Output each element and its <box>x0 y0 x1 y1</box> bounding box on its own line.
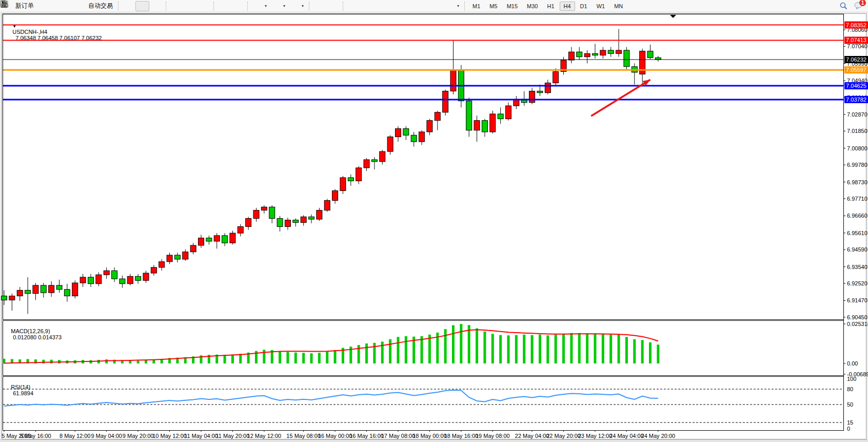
price-label-text: 7.08352 <box>846 22 866 28</box>
candle-body <box>167 255 172 262</box>
candle-body <box>151 267 156 273</box>
candle-body <box>545 83 550 93</box>
candle-body <box>655 57 661 60</box>
candle-body <box>450 70 456 91</box>
candle-body <box>222 236 228 243</box>
time-axis-label[interactable]: 11 May 04:00 <box>184 433 218 439</box>
candle-body <box>568 52 574 60</box>
candle-body <box>41 285 46 293</box>
candle-body <box>608 50 614 53</box>
candle-body <box>277 218 283 226</box>
candle-body <box>285 220 290 227</box>
price-axis-label: 6.91470 <box>847 297 867 303</box>
time-axis-label[interactable]: 11 May 20:00 <box>216 433 250 439</box>
time-axis-label[interactable]: 16 May 00:00 <box>318 433 352 439</box>
candle-body <box>435 112 440 121</box>
price-axis-label: 7.01850 <box>847 128 867 134</box>
candle-body <box>135 276 141 280</box>
time-axis-label[interactable]: 8 May 12:00 <box>60 433 91 439</box>
price-axis-label: 6.90450 <box>847 314 867 320</box>
candle-body <box>238 226 243 233</box>
time-axis-label[interactable]: 24 May 20:00 <box>641 433 676 439</box>
candle-body <box>17 290 23 296</box>
price-label-text: 7.05597 <box>846 67 866 73</box>
price-axis-label: 7.00800 <box>847 145 867 151</box>
time-axis-label[interactable]: 23 May 12:00 <box>578 433 613 439</box>
price-axis-label: 6.92520 <box>847 280 867 286</box>
candle-body <box>616 50 622 53</box>
macd-values: 0.012080 0.014373 <box>13 334 62 340</box>
price-axis-label: 6.99780 <box>847 162 867 168</box>
symbol-ohlc: 7.06348 7.06458 7.06107 7.06232 <box>15 35 102 41</box>
candle-body <box>120 279 125 284</box>
candle-body <box>64 290 70 296</box>
candle-body <box>293 220 299 223</box>
window-bottom-edge <box>0 439 868 442</box>
candle-body <box>9 296 15 300</box>
macd-indicator-label: MACD(12,26,9) 0.012080 0.014373 <box>5 322 62 347</box>
candle-body <box>143 273 149 280</box>
symbol-header: ▼ USDCNH-,H4 7.06348 7.06458 7.06107 7.0… <box>6 16 102 47</box>
price-label-text: 7.04625 <box>846 83 866 89</box>
price-axis-label: 7.02870 <box>847 111 867 118</box>
candle-body <box>190 245 196 252</box>
candle-body <box>25 290 31 293</box>
candle-body <box>127 276 133 283</box>
macd-axis-label: 0.00 <box>847 360 858 367</box>
price-label-text: 7.06232 <box>846 56 866 63</box>
candle-body <box>380 151 385 162</box>
time-axis-label[interactable]: 22 May 20:00 <box>546 433 581 439</box>
time-axis-label[interactable]: 22 May 04:00 <box>515 433 549 439</box>
time-axis-label[interactable]: 5 May 16:00 <box>20 433 51 439</box>
candle-body <box>49 285 54 293</box>
trading-terminal-window: 新订单 自动交易 <box>0 0 868 442</box>
candle-body <box>317 210 322 219</box>
candle-body <box>396 129 401 137</box>
collapse-triangle-icon[interactable]: ▼ <box>12 24 16 29</box>
candle-body <box>537 91 543 92</box>
rsi-axis-label: 80 <box>847 386 853 392</box>
candle-body <box>443 91 448 112</box>
candle-body <box>356 168 362 181</box>
price-axis-label: 6.98730 <box>847 179 867 185</box>
candle-body <box>403 129 409 136</box>
time-axis-label[interactable]: 16 May 16:00 <box>349 433 384 439</box>
chart-canvas[interactable]: 7.080607.070407.059907.049407.039107.028… <box>0 0 868 442</box>
macd-pane-border <box>3 321 844 376</box>
time-axis-label[interactable]: 17 May 08:00 <box>381 433 416 439</box>
time-axis-label[interactable]: 24 May 04:00 <box>609 433 644 439</box>
symbol-title: USDCNH-,H4 <box>12 29 47 35</box>
rsi-axis-label: 15 <box>847 419 853 426</box>
candle-body <box>647 51 653 58</box>
candle-body <box>624 50 629 67</box>
candle-body <box>80 277 86 283</box>
time-axis-label[interactable]: 9 May 20:00 <box>123 433 154 439</box>
time-axis-label[interactable]: 19 May 08:00 <box>476 433 510 439</box>
rsi-value: 61.9894 <box>13 390 33 396</box>
candle-body <box>159 262 165 267</box>
candle-body <box>387 137 393 151</box>
candle-body <box>490 114 496 132</box>
candle-body <box>498 114 503 119</box>
candle-body <box>593 53 598 55</box>
time-axis-label[interactable]: 18 May 16:00 <box>444 433 479 439</box>
candle-body <box>332 190 338 200</box>
candle-body <box>174 255 180 259</box>
candle-body <box>427 121 432 132</box>
price-axis-label: 6.96660 <box>847 213 867 219</box>
time-axis-label[interactable]: 15 May 08:00 <box>286 433 321 439</box>
price-axis-label: 6.95610 <box>847 230 867 236</box>
candle-body <box>364 160 369 168</box>
candle-body <box>261 207 267 210</box>
macd-axis-label: 0.025318 <box>847 321 868 327</box>
time-axis-label[interactable]: 12 May 12:00 <box>247 433 282 439</box>
time-axis-label[interactable]: 18 May 00:00 <box>412 433 447 439</box>
candle-body <box>230 233 235 243</box>
candle-body <box>56 285 62 290</box>
candle-body <box>246 218 251 226</box>
candle-body <box>199 238 204 245</box>
time-axis-label[interactable]: 10 May 12:00 <box>152 433 187 439</box>
candle-body <box>301 217 306 222</box>
rsi-axis-label: 0 <box>847 426 850 432</box>
time-axis-label[interactable]: 9 May 04:00 <box>91 433 122 439</box>
